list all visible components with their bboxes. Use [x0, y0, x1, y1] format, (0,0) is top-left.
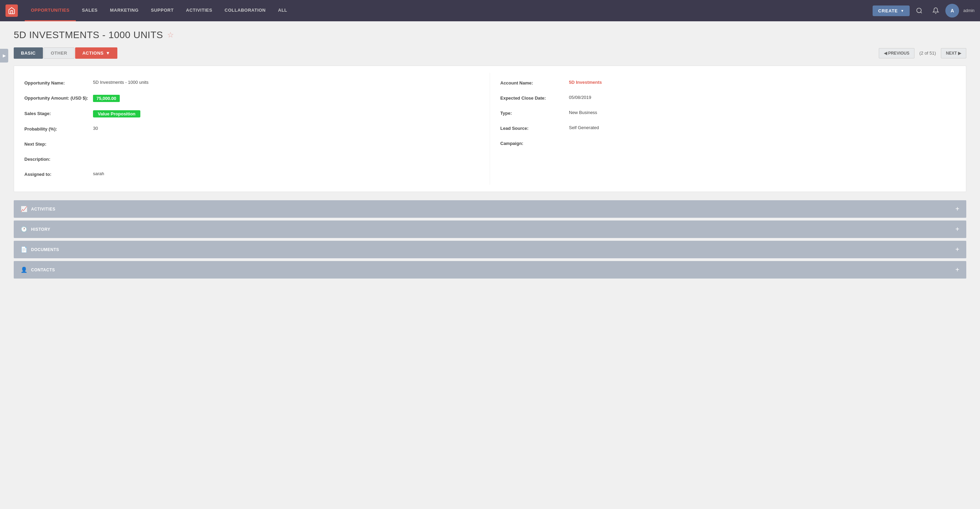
content-area: 5D INVESTMENTS - 1000 UNITS ☆ BASIC OTHE…	[0, 21, 980, 290]
main-content: ▶ 5D INVESTMENTS - 1000 UNITS ☆ BASIC OT…	[0, 21, 980, 509]
label-opportunity-amount: Opportunity Amount: (USD $):	[24, 95, 93, 101]
activities-icon: 📈	[21, 206, 28, 212]
form-grid: Opportunity Name: 5D Investments - 1000 …	[24, 73, 956, 185]
activities-add-icon[interactable]: +	[955, 205, 959, 213]
label-assigned-to: Assigned to:	[24, 171, 93, 177]
nav-counter: (2 of 51)	[916, 51, 939, 56]
tabs-bar: BASIC OTHER ACTIONS ▼ ◀ PREVIOUS (2 of 5…	[14, 47, 966, 59]
field-assigned-to: Assigned to: sarah	[24, 167, 479, 182]
amount-badge: 75,000.00	[93, 95, 120, 102]
form-right: Account Name: 5D Investments Expected Cl…	[490, 73, 956, 185]
field-description: Description:	[24, 152, 479, 167]
value-sales-stage: Value Proposition	[93, 110, 479, 118]
value-opportunity-amount: 75,000.00	[93, 95, 479, 102]
create-button[interactable]: CREATE ▼	[873, 5, 910, 16]
field-next-step: Next Step:	[24, 137, 479, 152]
subpanel-documents[interactable]: 📄 DOCUMENTS +	[14, 241, 966, 258]
documents-add-icon[interactable]: +	[955, 246, 959, 254]
field-opportunity-name: Opportunity Name: 5D Investments - 1000 …	[24, 75, 479, 91]
history-icon: 🕐	[21, 226, 28, 233]
value-expected-close-date: 05/08/2019	[569, 95, 956, 100]
nav-item-collaboration[interactable]: COLLABORATION	[219, 0, 272, 21]
form-left: Opportunity Name: 5D Investments - 1000 …	[24, 73, 490, 185]
label-account-name: Account Name:	[500, 80, 569, 86]
stage-badge: Value Proposition	[93, 110, 140, 118]
field-account-name: Account Name: 5D Investments	[500, 75, 956, 91]
label-probability: Probability (%):	[24, 126, 93, 132]
label-opportunity-name: Opportunity Name:	[24, 80, 93, 86]
value-probability: 30	[93, 126, 479, 131]
subpanels: 📈 ACTIVITIES + 🕐 HISTORY + 📄 DOCUME	[14, 200, 966, 279]
value-assigned-to: sarah	[93, 171, 479, 176]
favorite-star-icon[interactable]: ☆	[167, 30, 174, 40]
svg-point-0	[917, 8, 921, 13]
tab-basic[interactable]: BASIC	[14, 47, 43, 59]
notifications-button[interactable]	[929, 4, 943, 18]
subpanel-activities-title: 📈 ACTIVITIES	[21, 206, 56, 212]
nav-item-activities[interactable]: ACTIVITIES	[180, 0, 219, 21]
subpanel-history[interactable]: 🕐 HISTORY +	[14, 220, 966, 238]
field-sales-stage: Sales Stage: Value Proposition	[24, 106, 479, 121]
previous-button[interactable]: ◀ PREVIOUS	[879, 48, 915, 58]
contacts-add-icon[interactable]: +	[955, 266, 959, 274]
tabs-left: BASIC OTHER ACTIONS ▼	[14, 47, 117, 59]
user-avatar[interactable]: A	[945, 4, 959, 18]
nav-item-sales[interactable]: SALES	[76, 0, 104, 21]
label-sales-stage: Sales Stage:	[24, 110, 93, 116]
form-panel: Opportunity Name: 5D Investments - 1000 …	[14, 65, 966, 192]
label-next-step: Next Step:	[24, 141, 93, 147]
search-button[interactable]	[912, 4, 926, 18]
field-opportunity-amount: Opportunity Amount: (USD $): 75,000.00	[24, 91, 479, 106]
subpanel-documents-title: 📄 DOCUMENTS	[21, 246, 59, 253]
actions-dropdown-arrow: ▼	[106, 51, 110, 56]
label-campaign: Campaign:	[500, 140, 569, 146]
tab-actions[interactable]: ACTIONS ▼	[75, 47, 117, 59]
nav-items: OPPORTUNITIES SALES MARKETING SUPPORT AC…	[25, 0, 873, 21]
next-chevron: ▶	[957, 51, 961, 56]
page-title: 5D INVESTMENTS - 1000 UNITS	[14, 30, 163, 40]
field-expected-close-date: Expected Close Date: 05/08/2019	[500, 91, 956, 106]
field-type: Type: New Business	[500, 106, 956, 121]
value-type: New Business	[569, 110, 956, 115]
subpanel-history-title: 🕐 HISTORY	[21, 226, 51, 233]
value-opportunity-name: 5D Investments - 1000 units	[93, 80, 479, 85]
field-campaign: Campaign:	[500, 136, 956, 151]
label-description: Description:	[24, 156, 93, 162]
subpanel-activities[interactable]: 📈 ACTIVITIES +	[14, 200, 966, 218]
label-type: Type:	[500, 110, 569, 116]
label-lead-source: Lead Source:	[500, 125, 569, 131]
contacts-icon: 👤	[21, 266, 28, 273]
prev-chevron: ◀	[884, 51, 888, 56]
field-probability: Probability (%): 30	[24, 121, 479, 137]
nav-item-marketing[interactable]: MARKETING	[104, 0, 145, 21]
documents-icon: 📄	[21, 246, 28, 253]
topnav-right: CREATE ▼ A admin	[873, 4, 975, 18]
nav-item-support[interactable]: SUPPORT	[145, 0, 180, 21]
top-navigation: OPPORTUNITIES SALES MARKETING SUPPORT AC…	[0, 0, 980, 21]
history-add-icon[interactable]: +	[955, 225, 959, 233]
tabs-right: ◀ PREVIOUS (2 of 51) NEXT ▶	[879, 48, 966, 58]
svg-line-1	[921, 12, 922, 13]
nav-item-opportunities[interactable]: OPPORTUNITIES	[25, 0, 76, 21]
next-button[interactable]: NEXT ▶	[941, 48, 966, 58]
label-expected-close-date: Expected Close Date:	[500, 95, 569, 101]
value-lead-source: Self Generated	[569, 125, 956, 130]
tab-other[interactable]: OTHER	[44, 47, 75, 59]
create-dropdown-arrow: ▼	[901, 9, 905, 13]
account-link[interactable]: 5D Investments	[569, 80, 602, 85]
field-lead-source: Lead Source: Self Generated	[500, 121, 956, 136]
nav-item-all[interactable]: ALL	[272, 0, 293, 21]
value-account-name: 5D Investments	[569, 80, 956, 85]
subpanel-contacts-title: 👤 CONTACTS	[21, 266, 55, 273]
app-logo[interactable]	[5, 5, 18, 17]
user-label: admin	[963, 8, 975, 13]
page-header: 5D INVESTMENTS - 1000 UNITS ☆	[14, 30, 966, 40]
subpanel-contacts[interactable]: 👤 CONTACTS +	[14, 261, 966, 279]
